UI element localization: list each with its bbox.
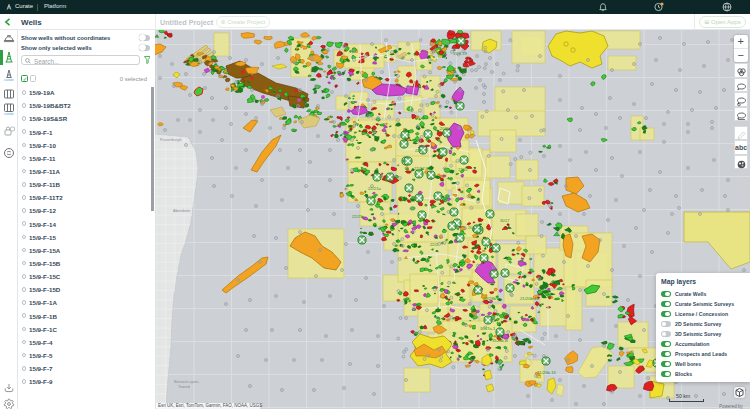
svg-text:21/26b-15: 21/26b-15 xyxy=(537,370,557,375)
svg-text:22/27-8: 22/27-8 xyxy=(414,166,429,171)
svg-text:3017: 3017 xyxy=(500,218,510,223)
svg-text:2265: 2265 xyxy=(458,167,468,172)
svg-text:21/20b-1S: 21/20b-1S xyxy=(520,296,540,301)
svg-text:22/6: 22/6 xyxy=(415,148,424,153)
svg-text:Tweed: Tweed xyxy=(178,384,190,389)
svg-text:2065: 2065 xyxy=(440,126,450,131)
svg-text:22/21a: 22/21a xyxy=(368,186,381,191)
svg-text:3017a-1: 3017a-1 xyxy=(480,326,496,331)
svg-text:29/28b: 29/28b xyxy=(483,296,496,301)
svg-text:Fraserburgh: Fraserburgh xyxy=(160,137,182,142)
svg-text:15/9-19: 15/9-19 xyxy=(453,51,468,56)
svg-text:22/2: 22/2 xyxy=(430,242,439,247)
svg-text:22/25: 22/25 xyxy=(352,214,363,219)
svg-text:curate: curate xyxy=(4,112,14,115)
svg-text:Aberdeen: Aberdeen xyxy=(173,208,190,213)
svg-text:3523b-B: 3523b-B xyxy=(492,338,508,343)
svg-text:2061-1: 2061-1 xyxy=(468,225,482,230)
svg-text:curate: curate xyxy=(4,78,14,82)
